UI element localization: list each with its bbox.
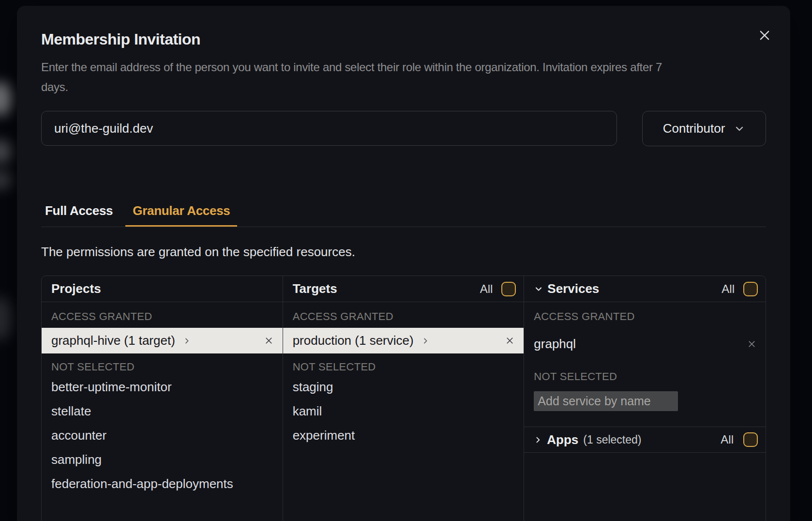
targets-column: Targets All ACCESS GRANTED production (1…	[283, 276, 525, 521]
description-line: Enter the email address of the person yo…	[41, 57, 766, 77]
services-all-label: All	[722, 282, 735, 296]
access-tabs: Full Access Granular Access	[41, 203, 766, 227]
apps-count: (1 selected)	[583, 433, 641, 446]
role-select[interactable]: Contributor	[642, 111, 766, 146]
tab-granular-access[interactable]: Granular Access	[125, 203, 237, 227]
apps-title: Apps	[547, 432, 578, 447]
targets-column-title: Targets	[293, 281, 337, 296]
targets-list: stagingkamilexperiment	[283, 375, 524, 447]
services-column: Services All ACCESS GRANTED graphql NOT …	[524, 276, 766, 521]
backdrop-blur-blob	[0, 170, 13, 190]
chevron-down-icon	[534, 284, 543, 294]
remove-target-icon[interactable]	[505, 336, 515, 346]
resource-list-item[interactable]: experiment	[283, 423, 524, 447]
resource-list-item[interactable]: accounter	[42, 423, 283, 447]
membership-invitation-dialog: Membership Invitation Enter the email ad…	[17, 6, 790, 521]
resources-table: Projects ACCESS GRANTED graphql-hive (1 …	[41, 276, 766, 521]
selected-target-label: production (1 service)	[293, 333, 414, 348]
services-not-selected-label: NOT SELECTED	[524, 369, 766, 384]
chevron-down-icon	[734, 123, 745, 135]
close-button[interactable]	[756, 27, 773, 44]
add-service-input[interactable]	[534, 391, 678, 411]
projects-column: Projects ACCESS GRANTED graphql-hive (1 …	[42, 276, 283, 521]
email-input[interactable]	[41, 111, 617, 146]
apps-all-checkbox[interactable]	[743, 432, 758, 447]
dialog-description: Enter the email address of the person yo…	[41, 57, 766, 97]
backdrop-blur-blob	[0, 296, 13, 341]
role-select-value: Contributor	[663, 121, 725, 136]
invite-form-row: Contributor	[41, 111, 766, 146]
projects-column-title: Projects	[51, 281, 101, 296]
projects-list: better-uptime-monitorstellateaccountersa…	[42, 375, 283, 496]
dialog-title: Membership Invitation	[41, 31, 766, 48]
resource-list-item[interactable]: sampling	[42, 447, 283, 472]
backdrop-blur-blob	[0, 139, 13, 164]
projects-access-granted-label: ACCESS GRANTED	[42, 309, 283, 324]
resource-list-item[interactable]: better-uptime-monitor	[42, 375, 283, 399]
selected-target-row[interactable]: production (1 service)	[283, 328, 524, 353]
apps-row[interactable]: Apps (1 selected) All	[524, 427, 766, 453]
backdrop-blur-blob	[0, 81, 13, 116]
projects-header: Projects	[42, 276, 283, 302]
selected-project-label: graphql-hive (1 target)	[51, 333, 175, 348]
targets-all-checkbox[interactable]	[501, 282, 516, 296]
granted-service-row[interactable]: graphql	[524, 330, 766, 357]
chevron-right-icon	[534, 436, 542, 444]
projects-not-selected-label: NOT SELECTED	[42, 359, 283, 375]
targets-not-selected-label: NOT SELECTED	[283, 359, 524, 375]
resource-list-item[interactable]: staging	[283, 375, 524, 399]
description-line: days.	[41, 77, 766, 97]
resource-list-item[interactable]: kamil	[283, 399, 524, 423]
chevron-right-icon	[183, 337, 191, 345]
targets-access-granted-label: ACCESS GRANTED	[283, 309, 524, 324]
screen-background: Membership Invitation Enter the email ad…	[0, 0, 812, 521]
remove-project-icon[interactable]	[264, 336, 274, 346]
services-all-checkbox[interactable]	[743, 282, 758, 296]
resource-list-item[interactable]: stellate	[42, 399, 283, 423]
targets-header: Targets All	[283, 276, 524, 302]
close-icon	[758, 29, 771, 42]
remove-service-icon[interactable]	[747, 339, 757, 349]
selected-project-row[interactable]: graphql-hive (1 target)	[42, 328, 283, 353]
permissions-note: The permissions are granted on the speci…	[41, 245, 766, 260]
services-header[interactable]: Services All	[524, 276, 766, 302]
tab-full-access[interactable]: Full Access	[41, 203, 119, 227]
resource-list-item[interactable]: federation-and-app-deployments	[42, 472, 283, 496]
services-column-title: Services	[547, 281, 599, 296]
apps-all-label: All	[721, 433, 734, 446]
targets-all-label: All	[480, 282, 493, 296]
granted-service-label: graphql	[534, 337, 576, 352]
services-access-granted-label: ACCESS GRANTED	[524, 309, 766, 324]
chevron-right-icon	[421, 337, 429, 345]
